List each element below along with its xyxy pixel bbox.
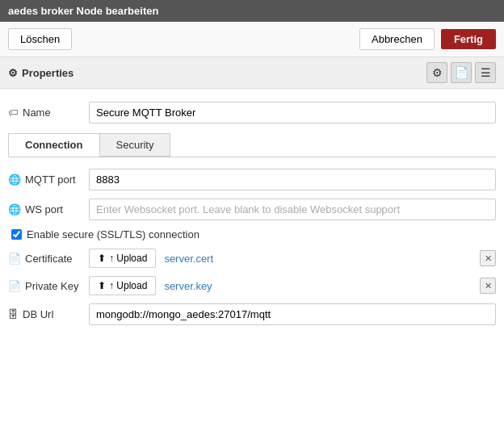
upload-icon-key: ⬆ [98,280,106,291]
done-button[interactable]: Fertig [441,29,496,49]
cancel-button[interactable]: Abbrechen [359,28,435,50]
name-label: 🏷 Name [8,107,89,119]
certificate-clear-button[interactable]: ✕ [480,250,496,266]
ssl-checkbox-row: Enable secure (SSL/TLS) connection [11,228,496,240]
upload-icon-cert: ⬆ [98,253,106,264]
certificate-upload-button[interactable]: ⬆ ↑ Upload [89,249,156,268]
certificate-filename: server.cert [164,253,480,265]
private-key-upload-button[interactable]: ⬆ ↑ Upload [89,276,156,295]
certificate-label: 📄 Certificate [8,253,89,265]
tab-security[interactable]: Security [99,133,171,157]
tag-icon: 🏷 [8,107,19,119]
name-input[interactable] [89,102,496,123]
db-url-row: 🗄 DB Url [8,303,496,325]
doc-icon-button[interactable]: 📄 [451,62,472,83]
globe-icon: 🌐 [8,174,21,186]
title-bar: aedes broker Node bearbeiten [0,0,504,22]
mqtt-port-input[interactable] [89,169,496,190]
toolbar-right: Abbrechen Fertig [359,28,496,50]
properties-header: ⚙ Properties ⚙ 📄 ☰ [0,57,504,89]
certificate-row: 📄 Certificate ⬆ ↑ Upload server.cert ✕ [8,249,496,268]
mqtt-port-row: 🌐 MQTT port [8,169,496,190]
mqtt-port-label: 🌐 MQTT port [8,174,89,186]
ws-port-label: 🌐 WS port [8,203,89,215]
globe-icon-ws: 🌐 [8,203,21,215]
title-text: aedes broker Node bearbeiten [8,5,158,17]
private-key-row: 📄 Private Key ⬆ ↑ Upload server.key ✕ [8,276,496,295]
private-key-clear-button[interactable]: ✕ [480,278,496,294]
properties-title: ⚙ Properties [8,67,74,79]
db-url-label: 🗄 DB Url [8,308,89,320]
name-row: 🏷 Name [8,102,496,123]
db-icon: 🗄 [8,308,19,320]
list-icon-button[interactable]: ☰ [475,62,496,83]
ssl-checkbox-label[interactable]: Enable secure (SSL/TLS) connection [27,228,200,240]
file-icon-cert: 📄 [8,253,21,265]
ws-port-input[interactable] [89,199,496,220]
ws-port-row: 🌐 WS port [8,199,496,220]
tab-connection[interactable]: Connection [8,133,100,157]
properties-icons: ⚙ 📄 ☰ [426,62,496,83]
private-key-label: 📄 Private Key [8,280,89,292]
gear-icon: ⚙ [8,67,18,79]
db-url-input[interactable] [89,303,496,325]
ssl-checkbox[interactable] [11,229,22,240]
tabs-row: Connection Security [8,133,496,157]
file-icon-key: 📄 [8,280,21,292]
delete-button[interactable]: Löschen [8,28,72,50]
private-key-filename: server.key [164,280,480,292]
toolbar: Löschen Abbrechen Fertig [0,22,504,57]
form-body: 🏷 Name Connection Security 🌐 MQTT port 🌐… [0,89,504,341]
settings-icon-button[interactable]: ⚙ [426,62,447,83]
properties-label: Properties [22,67,74,79]
